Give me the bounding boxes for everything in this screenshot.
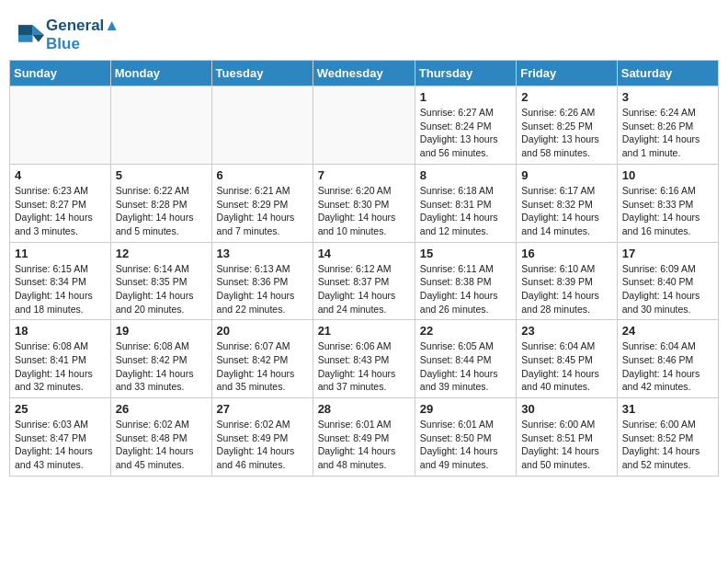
weekday-header-wednesday: Wednesday bbox=[313, 61, 415, 86]
calendar-cell: 7Sunrise: 6:20 AM Sunset: 8:30 PM Daylig… bbox=[313, 164, 415, 242]
cell-info: Sunrise: 6:15 AM Sunset: 8:34 PM Dayligh… bbox=[15, 262, 106, 316]
day-number: 24 bbox=[622, 324, 713, 338]
cell-info: Sunrise: 6:09 AM Sunset: 8:40 PM Dayligh… bbox=[622, 262, 713, 316]
week-row-1: 1Sunrise: 6:27 AM Sunset: 8:24 PM Daylig… bbox=[10, 86, 719, 165]
day-number: 2 bbox=[521, 90, 612, 104]
cell-info: Sunrise: 6:27 AM Sunset: 8:24 PM Dayligh… bbox=[420, 106, 511, 160]
calendar-cell: 11Sunrise: 6:15 AM Sunset: 8:34 PM Dayli… bbox=[10, 242, 111, 320]
day-number: 9 bbox=[521, 168, 612, 182]
cell-info: Sunrise: 6:13 AM Sunset: 8:36 PM Dayligh… bbox=[217, 262, 308, 316]
day-number: 6 bbox=[217, 168, 308, 182]
calendar-cell: 23Sunrise: 6:04 AM Sunset: 8:45 PM Dayli… bbox=[517, 320, 618, 398]
cell-info: Sunrise: 6:01 AM Sunset: 8:49 PM Dayligh… bbox=[318, 418, 410, 472]
cell-info: Sunrise: 6:22 AM Sunset: 8:28 PM Dayligh… bbox=[116, 184, 207, 238]
calendar-cell: 28Sunrise: 6:01 AM Sunset: 8:49 PM Dayli… bbox=[313, 398, 415, 477]
page-header: General▲ Blue bbox=[9, 9, 719, 56]
svg-rect-3 bbox=[18, 35, 33, 42]
calendar-cell: 25Sunrise: 6:03 AM Sunset: 8:47 PM Dayli… bbox=[10, 398, 111, 477]
cell-info: Sunrise: 6:07 AM Sunset: 8:42 PM Dayligh… bbox=[217, 339, 308, 394]
day-number: 13 bbox=[217, 247, 308, 260]
day-number: 28 bbox=[318, 402, 410, 416]
day-number: 31 bbox=[622, 402, 713, 416]
calendar-cell: 16Sunrise: 6:10 AM Sunset: 8:39 PM Dayli… bbox=[517, 242, 618, 320]
calendar-cell: 3Sunrise: 6:24 AM Sunset: 8:26 PM Daylig… bbox=[617, 86, 718, 165]
day-number: 22 bbox=[420, 324, 511, 338]
calendar-cell: 30Sunrise: 6:00 AM Sunset: 8:51 PM Dayli… bbox=[517, 398, 618, 477]
calendar-cell bbox=[110, 86, 211, 165]
day-number: 21 bbox=[318, 324, 410, 338]
calendar-cell: 15Sunrise: 6:11 AM Sunset: 8:38 PM Dayli… bbox=[415, 242, 516, 320]
cell-info: Sunrise: 6:23 AM Sunset: 8:27 PM Dayligh… bbox=[15, 184, 106, 238]
calendar-cell: 18Sunrise: 6:08 AM Sunset: 8:41 PM Dayli… bbox=[10, 320, 111, 398]
calendar-cell bbox=[10, 86, 111, 165]
day-number: 5 bbox=[116, 168, 207, 182]
day-number: 11 bbox=[15, 247, 106, 260]
cell-info: Sunrise: 6:04 AM Sunset: 8:46 PM Dayligh… bbox=[622, 339, 713, 394]
svg-marker-1 bbox=[33, 35, 44, 42]
weekday-header-monday: Monday bbox=[110, 61, 211, 86]
weekday-header-thursday: Thursday bbox=[415, 61, 516, 86]
week-row-3: 11Sunrise: 6:15 AM Sunset: 8:34 PM Dayli… bbox=[10, 242, 719, 320]
day-number: 23 bbox=[521, 324, 612, 338]
cell-info: Sunrise: 6:06 AM Sunset: 8:43 PM Dayligh… bbox=[318, 339, 410, 394]
calendar-cell: 19Sunrise: 6:08 AM Sunset: 8:42 PM Dayli… bbox=[110, 320, 211, 398]
day-number: 15 bbox=[420, 247, 511, 260]
calendar-cell bbox=[313, 86, 415, 165]
cell-info: Sunrise: 6:10 AM Sunset: 8:39 PM Dayligh… bbox=[521, 262, 612, 316]
calendar-cell: 13Sunrise: 6:13 AM Sunset: 8:36 PM Dayli… bbox=[211, 242, 313, 320]
cell-info: Sunrise: 6:21 AM Sunset: 8:29 PM Dayligh… bbox=[217, 184, 308, 238]
cell-info: Sunrise: 6:08 AM Sunset: 8:41 PM Dayligh… bbox=[15, 339, 106, 394]
day-number: 25 bbox=[15, 402, 106, 416]
cell-info: Sunrise: 6:05 AM Sunset: 8:44 PM Dayligh… bbox=[420, 339, 511, 394]
calendar-cell bbox=[211, 86, 313, 165]
calendar-cell: 9Sunrise: 6:17 AM Sunset: 8:32 PM Daylig… bbox=[517, 164, 618, 242]
cell-info: Sunrise: 6:18 AM Sunset: 8:31 PM Dayligh… bbox=[420, 184, 511, 238]
day-number: 29 bbox=[420, 402, 511, 416]
cell-info: Sunrise: 6:26 AM Sunset: 8:25 PM Dayligh… bbox=[521, 106, 612, 160]
day-number: 18 bbox=[15, 324, 106, 338]
week-row-5: 25Sunrise: 6:03 AM Sunset: 8:47 PM Dayli… bbox=[10, 398, 719, 477]
logo-text: General▲ Blue bbox=[46, 17, 119, 52]
calendar-cell: 17Sunrise: 6:09 AM Sunset: 8:40 PM Dayli… bbox=[617, 242, 718, 320]
cell-info: Sunrise: 6:01 AM Sunset: 8:50 PM Dayligh… bbox=[420, 418, 511, 472]
calendar-cell: 4Sunrise: 6:23 AM Sunset: 8:27 PM Daylig… bbox=[10, 164, 111, 242]
calendar-cell: 6Sunrise: 6:21 AM Sunset: 8:29 PM Daylig… bbox=[211, 164, 313, 242]
cell-info: Sunrise: 6:24 AM Sunset: 8:26 PM Dayligh… bbox=[622, 106, 713, 160]
cell-info: Sunrise: 6:20 AM Sunset: 8:30 PM Dayligh… bbox=[318, 184, 410, 238]
day-number: 20 bbox=[217, 324, 308, 338]
calendar-cell: 21Sunrise: 6:06 AM Sunset: 8:43 PM Dayli… bbox=[313, 320, 415, 398]
calendar-cell: 31Sunrise: 6:00 AM Sunset: 8:52 PM Dayli… bbox=[617, 398, 718, 477]
calendar-cell: 24Sunrise: 6:04 AM Sunset: 8:46 PM Dayli… bbox=[617, 320, 718, 398]
cell-info: Sunrise: 6:00 AM Sunset: 8:51 PM Dayligh… bbox=[521, 418, 612, 472]
cell-info: Sunrise: 6:04 AM Sunset: 8:45 PM Dayligh… bbox=[521, 339, 612, 394]
day-number: 26 bbox=[116, 402, 207, 416]
calendar-cell: 14Sunrise: 6:12 AM Sunset: 8:37 PM Dayli… bbox=[313, 242, 415, 320]
weekday-header-friday: Friday bbox=[517, 61, 618, 86]
calendar-cell: 29Sunrise: 6:01 AM Sunset: 8:50 PM Dayli… bbox=[415, 398, 516, 477]
calendar-cell: 26Sunrise: 6:02 AM Sunset: 8:48 PM Dayli… bbox=[110, 398, 211, 477]
calendar-cell: 20Sunrise: 6:07 AM Sunset: 8:42 PM Dayli… bbox=[211, 320, 313, 398]
day-number: 7 bbox=[318, 168, 410, 182]
cell-info: Sunrise: 6:12 AM Sunset: 8:37 PM Dayligh… bbox=[318, 262, 410, 316]
cell-info: Sunrise: 6:02 AM Sunset: 8:48 PM Dayligh… bbox=[116, 418, 207, 472]
day-number: 14 bbox=[318, 247, 410, 260]
calendar: SundayMondayTuesdayWednesdayThursdayFrid… bbox=[9, 60, 719, 477]
week-row-4: 18Sunrise: 6:08 AM Sunset: 8:41 PM Dayli… bbox=[10, 320, 719, 398]
calendar-cell: 22Sunrise: 6:05 AM Sunset: 8:44 PM Dayli… bbox=[415, 320, 516, 398]
day-number: 27 bbox=[217, 402, 308, 416]
day-number: 10 bbox=[622, 168, 713, 182]
weekday-header-saturday: Saturday bbox=[617, 61, 718, 86]
svg-rect-2 bbox=[18, 25, 33, 35]
calendar-cell: 5Sunrise: 6:22 AM Sunset: 8:28 PM Daylig… bbox=[110, 164, 211, 242]
cell-info: Sunrise: 6:00 AM Sunset: 8:52 PM Dayligh… bbox=[622, 418, 713, 472]
calendar-cell: 10Sunrise: 6:16 AM Sunset: 8:33 PM Dayli… bbox=[617, 164, 718, 242]
cell-info: Sunrise: 6:02 AM Sunset: 8:49 PM Dayligh… bbox=[217, 418, 308, 472]
calendar-cell: 8Sunrise: 6:18 AM Sunset: 8:31 PM Daylig… bbox=[415, 164, 516, 242]
calendar-cell: 12Sunrise: 6:14 AM Sunset: 8:35 PM Dayli… bbox=[110, 242, 211, 320]
cell-info: Sunrise: 6:03 AM Sunset: 8:47 PM Dayligh… bbox=[15, 418, 106, 472]
weekday-header-sunday: Sunday bbox=[10, 61, 111, 86]
day-number: 8 bbox=[420, 168, 511, 182]
week-row-2: 4Sunrise: 6:23 AM Sunset: 8:27 PM Daylig… bbox=[10, 164, 719, 242]
day-number: 30 bbox=[521, 402, 612, 416]
day-number: 1 bbox=[420, 90, 511, 104]
